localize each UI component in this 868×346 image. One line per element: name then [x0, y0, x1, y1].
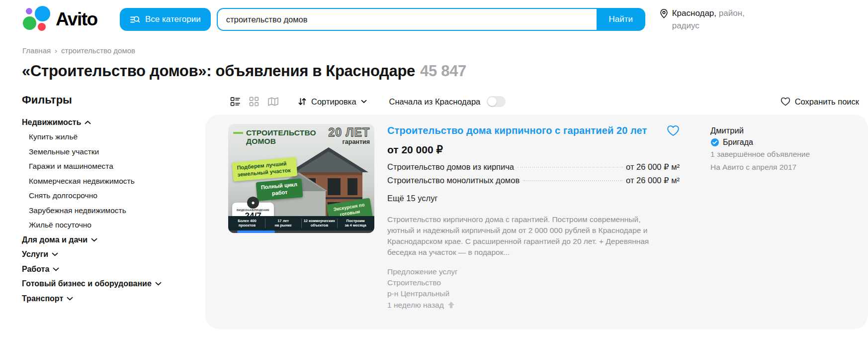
location-radius: радиус — [672, 21, 699, 30]
service-price: от 26 000 ₽ м² — [626, 162, 680, 172]
location-district: район, — [719, 8, 745, 18]
listing-district: р-н Центральный — [387, 288, 680, 299]
map-view-icon[interactable] — [267, 97, 279, 107]
sidebar-item-label: Купить жильё — [29, 132, 78, 141]
results-area: Сортировка Сначала из Краснодара Сохрани… — [205, 93, 868, 329]
seller-badge-label: Бригада — [723, 138, 753, 147]
sidebar-item-zemelnye-uchastki[interactable]: Земельные участки — [22, 144, 205, 159]
sidebar-item-snyat-dolgosrochno[interactable]: Снять долгосрочно — [22, 189, 205, 204]
sort-dropdown[interactable]: Сортировка — [298, 97, 367, 107]
listing-card: СТРОИТЕЛЬСТВО ДОМОВ 20 ЛЕТ гарантия Подб… — [205, 115, 868, 329]
search-input[interactable] — [217, 8, 597, 31]
sidebar-item-transport[interactable]: Транспорт — [22, 291, 205, 306]
banner-brand: СТРОИТЕЛЬСТВО ДОМОВ — [233, 128, 316, 146]
chevron-down-icon — [52, 252, 58, 256]
sidebar-item-label: Земельные участки — [29, 147, 99, 156]
posted-text: 1 неделю назад — [387, 300, 444, 310]
header: Avito Все категории Найти Краснодар, рай… — [0, 0, 868, 33]
location-text: Краснодар, район, радиус — [672, 7, 745, 32]
chevron-down-icon — [361, 100, 367, 104]
service-name: Строительство монолитных домов — [387, 176, 520, 185]
banner-brand-line2: ДОМОВ — [246, 137, 276, 145]
sort-label: Сортировка — [311, 97, 356, 107]
stat-line: объектов — [311, 223, 328, 228]
all-categories-button[interactable]: Все категории — [120, 8, 211, 31]
local-first-toggle[interactable] — [487, 96, 506, 107]
sidebar-item-label: Снять долгосрочно — [29, 191, 97, 200]
logo-dot-green — [23, 16, 36, 30]
sidebar-item-rabota[interactable]: Работа — [22, 262, 205, 277]
listing-meta: Предложение услуг Строительство р-н Цент… — [387, 266, 680, 311]
listing-photo[interactable]: СТРОИТЕЛЬСТВО ДОМОВ 20 ЛЕТ гарантия Подб… — [228, 124, 374, 233]
dotted-leader — [518, 167, 622, 168]
sidebar-item-kommercheskaya[interactable]: Коммерческая недвижимость — [22, 174, 205, 189]
carousel-progress — [237, 231, 275, 233]
banner-warranty-sub: гарантия — [328, 138, 370, 145]
banner-stat: 12 коммерческихобъектов — [301, 219, 338, 229]
avito-logo-icon — [22, 6, 53, 33]
stat-line: Построим — [347, 219, 365, 223]
breadcrumb-current[interactable]: строительство домов — [61, 46, 135, 55]
filters-sidebar: Фильтры Недвижимость Купить жильё Земель… — [22, 93, 205, 306]
results-count: 45 847 — [420, 62, 466, 80]
sidebar-item-label: Услуги — [22, 250, 48, 259]
dotted-leader — [523, 180, 622, 181]
sidebar-item-label: Работа — [22, 265, 49, 274]
more-services-link[interactable]: Ещё 15 услуг — [387, 192, 680, 205]
listing-description: Строительство кирпичного дома с гарантие… — [387, 214, 669, 258]
sidebar-item-label: Зарубежная недвижимость — [29, 206, 126, 215]
location-city: Краснодар, — [672, 8, 716, 18]
breadcrumb-home[interactable]: Главная — [22, 46, 51, 55]
photo-carousel-indicator[interactable] — [228, 231, 374, 233]
local-first-control: Сначала из Краснодара — [389, 96, 506, 107]
map-pin-icon — [659, 8, 669, 32]
seller-name-link[interactable]: Дмитрий — [710, 126, 810, 135]
sidebar-item-nedvizhimost[interactable]: Недвижимость — [22, 115, 205, 130]
save-search-button[interactable]: Сохранить поиск — [781, 97, 859, 107]
avito-logo[interactable]: Avito — [22, 6, 106, 33]
page-title-text: «Строительство домов»: объявления в Крас… — [22, 62, 415, 80]
favorite-heart-icon[interactable] — [667, 125, 680, 136]
location-selector[interactable]: Краснодар, район, радиус — [659, 7, 745, 32]
banner-stat: 17 летна рынке — [265, 219, 301, 229]
content: Фильтры Недвижимость Купить жильё Земель… — [0, 93, 868, 329]
seller-info: Дмитрий Бригада 1 завершённое объявление… — [710, 124, 810, 173]
listing-title-link[interactable]: Строительство дома кирпичного с гарантие… — [387, 124, 680, 138]
logo-text: Avito — [56, 9, 97, 30]
search-bar: Найти — [217, 8, 645, 31]
sidebar-item-label: Готовый бизнес и оборудование — [22, 279, 152, 288]
results-toolbar: Сортировка Сначала из Краснодара Сохрани… — [205, 93, 868, 109]
chevron-up-icon — [85, 120, 91, 124]
chevron-down-icon — [53, 267, 59, 271]
banner-stat: Построимза 4 месяца — [337, 219, 373, 229]
chevron-down-icon — [67, 297, 73, 301]
filters-heading: Фильтры — [22, 94, 205, 107]
heart-icon — [781, 97, 790, 106]
sidebar-item-label: Недвижимость — [22, 118, 81, 127]
grid-view-icon[interactable] — [249, 97, 259, 107]
sidebar-item-zarubezhnaya[interactable]: Зарубежная недвижимость — [22, 203, 205, 218]
verified-check-icon — [710, 138, 719, 147]
list-view-icon[interactable] — [230, 97, 241, 107]
banner-warranty: 20 ЛЕТ гарантия — [328, 127, 370, 145]
seller-badge-row: Бригада — [710, 138, 810, 147]
save-search-label: Сохранить поиск — [795, 97, 859, 107]
sidebar-item-uslugi[interactable]: Услуги — [22, 247, 205, 262]
breadcrumb: Главная › строительство домов — [22, 46, 868, 55]
categories-menu-search-icon — [130, 14, 140, 25]
service-price: от 26 000 ₽ м² — [626, 176, 680, 185]
camera-icon: ⏺ — [247, 197, 259, 209]
stat-line: за 4 месяца — [345, 223, 366, 228]
sidebar-item-label: Для дома и дачи — [22, 235, 87, 244]
sidebar-item-zhilyo-posutochno[interactable]: Жильё посуточно — [22, 218, 205, 233]
search-submit-button[interactable]: Найти — [597, 8, 645, 31]
breadcrumb-separator: › — [55, 46, 57, 55]
sidebar-item-dlya-doma-i-dachi[interactable]: Для дома и дачи — [22, 232, 205, 247]
banner-brand-line1: СТРОИТЕЛЬСТВО — [246, 128, 316, 137]
listing-subcategory: Строительство — [387, 277, 680, 288]
sidebar-item-gotovyi-biznes[interactable]: Готовый бизнес и оборудование — [22, 277, 205, 292]
listing-category: Предложение услуг — [387, 266, 680, 277]
sidebar-item-garazhi[interactable]: Гаражи и машиноместа — [22, 159, 205, 174]
sidebar-item-kupit-zhilyo[interactable]: Купить жильё — [22, 130, 205, 145]
logo-dot-purple — [26, 8, 32, 14]
